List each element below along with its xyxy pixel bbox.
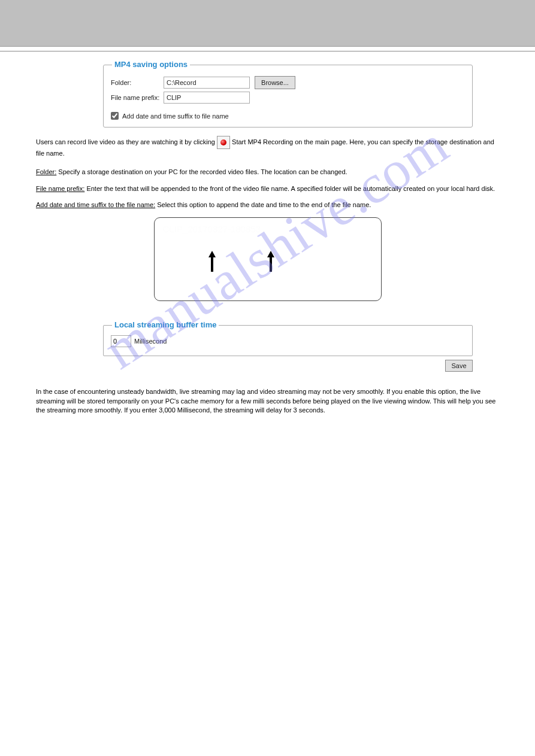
folder-underline: Folder: xyxy=(36,168,56,175)
folder-text: Specify a storage destination on your PC… xyxy=(58,168,347,175)
suffix-desc: Add date and time suffix to the file nam… xyxy=(36,201,499,210)
suffix-checkbox-label: Add date and time suffix to file name xyxy=(122,113,229,120)
buffer-legend: Local streaming buffer time xyxy=(112,320,219,329)
suffix-checkbox[interactable] xyxy=(111,112,119,120)
buffer-row: Millisecond xyxy=(111,335,465,347)
prefix-row: File name prefix: xyxy=(111,92,465,104)
folder-row: Folder: Browse... xyxy=(111,76,465,89)
browse-button[interactable]: Browse... xyxy=(255,76,295,89)
mp4-description: Users can record live video as they are … xyxy=(36,136,499,158)
example-filename: CLIP_20170327-180853 xyxy=(163,224,261,234)
buffer-panel: Local streaming buffer time Millisecond xyxy=(103,325,473,356)
mp4-legend: MP4 saving options xyxy=(112,60,190,69)
prefix-desc: File name prefix: Enter the text that wi… xyxy=(36,184,499,193)
record-icon xyxy=(217,136,230,149)
folder-desc: Folder: Specify a storage destination on… xyxy=(36,168,499,177)
save-button[interactable]: Save xyxy=(445,360,473,372)
folder-input[interactable] xyxy=(164,77,250,89)
example-box: CLIP_20170327-180853 xyxy=(154,217,382,301)
buffer-description: In the case of encountering unsteady ban… xyxy=(36,387,499,416)
prefix-underline: File name prefix: xyxy=(36,185,84,192)
suffix-underline: Add date and time suffix to the file nam… xyxy=(36,201,155,208)
buffer-unit: Millisecond xyxy=(134,338,167,345)
arrow-icon-left xyxy=(206,249,218,274)
buffer-input[interactable] xyxy=(111,335,131,347)
suffix-row: Add date and time suffix to file name xyxy=(111,112,465,120)
prefix-text: Enter the text that will be appended to … xyxy=(86,185,495,192)
prefix-input[interactable] xyxy=(164,92,250,104)
mp4-options-panel: MP4 saving options Folder: Browse... Fil… xyxy=(103,65,473,127)
page-body: MP4 saving options Folder: Browse... Fil… xyxy=(0,51,535,439)
mp4-desc-pre: Users can record live video as they are … xyxy=(36,138,217,145)
header-band xyxy=(0,0,535,47)
folder-label: Folder: xyxy=(111,79,164,86)
prefix-label: File name prefix: xyxy=(111,94,164,101)
suffix-text: Select this option to append the date an… xyxy=(157,201,371,208)
save-row: Save xyxy=(103,360,473,372)
arrow-icon-right xyxy=(265,249,277,274)
